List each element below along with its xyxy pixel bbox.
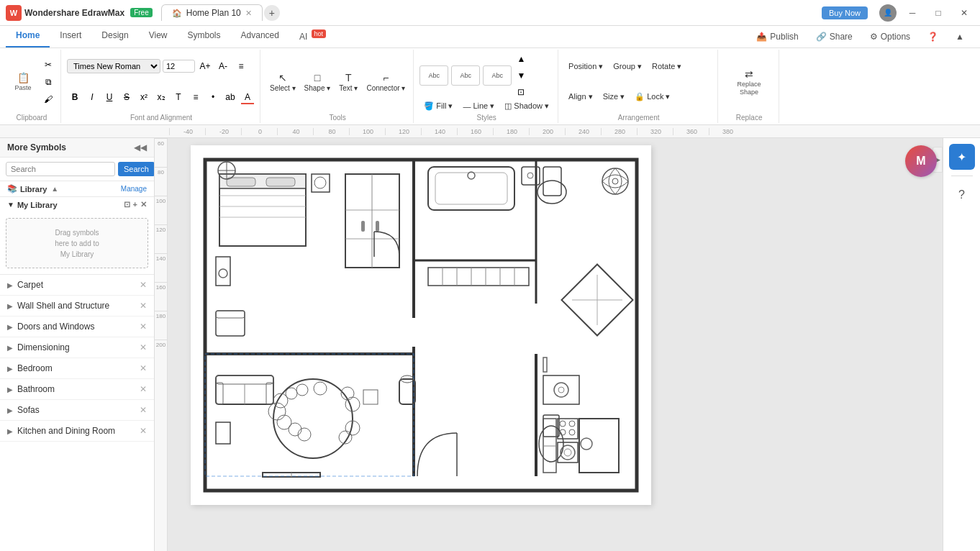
- font-size-increase-button[interactable]: A+: [197, 58, 213, 74]
- paste-button[interactable]: 📋 Paste: [7, 70, 39, 93]
- format-painter-button[interactable]: 🖌: [40, 91, 56, 107]
- styles-scroll-up[interactable]: ▲: [513, 51, 529, 67]
- select-button[interactable]: ↖ Select ▾: [266, 70, 299, 94]
- tab-design[interactable]: Design: [91, 26, 138, 47]
- lock-button[interactable]: 🔒 Lock ▾: [630, 91, 674, 103]
- superscript-button[interactable]: x²: [136, 89, 152, 105]
- group-button[interactable]: Group ▾: [609, 60, 646, 73]
- cat-close-icon[interactable]: ✕: [140, 301, 147, 311]
- style-shape-3[interactable]: Abc: [483, 65, 512, 86]
- cat-close-icon[interactable]: ✕: [140, 342, 147, 352]
- bullet-button[interactable]: •: [205, 89, 221, 105]
- cut-button[interactable]: ✂: [40, 57, 56, 73]
- strikethrough-button[interactable]: S: [119, 89, 135, 105]
- rotate-button[interactable]: Rotate ▾: [648, 60, 686, 73]
- cat-close-icon[interactable]: ✕: [140, 280, 147, 290]
- sidebar-item-wall-shell[interactable]: ▶ Wall Shell and Structure ✕: [0, 296, 154, 317]
- manage-link[interactable]: Manage: [121, 185, 147, 193]
- sidebar-item-carpet[interactable]: ▶ Carpet ✕: [0, 275, 154, 296]
- cat-label: Doors and Windows: [17, 322, 140, 332]
- tab-view[interactable]: View: [139, 26, 178, 47]
- fill-button[interactable]: 🪣Fill ▾: [419, 100, 457, 112]
- font-family-select[interactable]: Times New Roman Arial Helvetica: [67, 59, 160, 73]
- sidebar-item-kitchen[interactable]: ▶ Kitchen and Dining Room ✕: [0, 421, 154, 442]
- align-button[interactable]: ≡: [233, 58, 249, 74]
- canvas-paper[interactable]: [191, 145, 651, 505]
- canvas-area[interactable]: 60 80 100 120 140 160 180 200: [155, 138, 980, 551]
- style-shape-2[interactable]: Abc: [451, 65, 480, 86]
- my-library-header[interactable]: ▼ My Library ⊡ + ✕: [0, 197, 154, 212]
- search-input[interactable]: [6, 162, 115, 176]
- tab-symbols[interactable]: Symbols: [178, 26, 231, 47]
- my-library-expand-icon[interactable]: ⊡: [124, 200, 130, 209]
- styles-row-bottom: 🪣Fill ▾ —Line ▾ ◫Shadow ▾: [419, 100, 553, 112]
- line-button[interactable]: —Line ▾: [458, 100, 499, 112]
- tab-advanced[interactable]: Advanced: [231, 26, 289, 47]
- cat-arrow-icon: ▶: [7, 323, 13, 331]
- cat-close-icon[interactable]: ✕: [140, 322, 147, 332]
- italic-button[interactable]: I: [84, 89, 100, 105]
- cat-close-icon[interactable]: ✕: [140, 384, 147, 394]
- cat-close-icon[interactable]: ✕: [140, 363, 147, 373]
- tab-home[interactable]: Home: [6, 26, 50, 47]
- ribbon: Home Insert Design View Symbols Advanced…: [0, 26, 980, 125]
- tools-label: Tools: [266, 112, 409, 122]
- underline-button[interactable]: U: [101, 89, 117, 105]
- svg-point-81: [581, 438, 592, 450]
- publish-button[interactable]: 📤 Publish: [749, 29, 805, 45]
- tab-insert[interactable]: Insert: [50, 26, 91, 47]
- subscript-button[interactable]: x₂: [153, 89, 169, 105]
- bold-button[interactable]: B: [67, 89, 83, 105]
- sidebar-collapse-button[interactable]: ◀◀: [134, 142, 147, 152]
- font-size-input[interactable]: [163, 60, 195, 73]
- fill-icon: 🪣: [424, 101, 434, 111]
- my-library-add-icon[interactable]: +: [133, 200, 137, 209]
- font-size-decrease-button[interactable]: A-: [215, 58, 231, 74]
- align-btn[interactable]: Align ▾: [564, 91, 597, 103]
- cat-close-icon[interactable]: ✕: [140, 405, 147, 415]
- collapse-ribbon-button[interactable]: ▲: [948, 29, 971, 45]
- style-shape-1[interactable]: Abc: [419, 65, 448, 86]
- sidebar-item-sofas[interactable]: ▶ Sofas ✕: [0, 400, 154, 421]
- sidebar-item-doors-windows[interactable]: ▶ Doors and Windows ✕: [0, 317, 154, 337]
- size-button[interactable]: Size ▾: [599, 91, 629, 103]
- shadow-button[interactable]: ◫Shadow ▾: [500, 100, 553, 112]
- new-tab-btn[interactable]: +: [264, 5, 280, 21]
- my-library-close-icon[interactable]: ✕: [140, 200, 147, 209]
- styles-expand[interactable]: ⊡: [513, 84, 529, 100]
- options-button[interactable]: ⚙ Options: [863, 29, 917, 45]
- restore-button[interactable]: □: [928, 3, 948, 23]
- replace-shape-button[interactable]: ⇄ Replace Shape: [724, 67, 774, 97]
- sidebar-item-dimensioning[interactable]: ▶ Dimensioning ✕: [0, 337, 154, 358]
- font-color-button[interactable]: A: [240, 89, 255, 105]
- copy-button[interactable]: ⧉: [40, 74, 56, 90]
- cat-close-icon[interactable]: ✕: [140, 426, 147, 436]
- styles-scroll-down[interactable]: ▼: [513, 68, 529, 83]
- close-button[interactable]: ✕: [954, 3, 974, 23]
- cat-label: Dimensioning: [17, 342, 140, 352]
- tab-home-plan[interactable]: 🏠 Home Plan 10 ✕: [161, 4, 263, 21]
- sidebar-item-bathroom[interactable]: ▶ Bathroom ✕: [0, 379, 154, 400]
- magic-assistant-button[interactable]: ✦: [949, 144, 975, 170]
- help-button[interactable]: ❓: [920, 29, 945, 45]
- tab-ai[interactable]: AI hot: [289, 26, 336, 47]
- svg-rect-24: [376, 221, 379, 232]
- text-button[interactable]: T Text ▾: [335, 70, 361, 94]
- publish-icon: 📤: [756, 32, 767, 42]
- buy-now-button[interactable]: Buy Now: [822, 6, 868, 19]
- user-avatar[interactable]: 👤: [879, 4, 897, 22]
- shape-button[interactable]: □ Shape ▾: [301, 70, 335, 94]
- minimize-button[interactable]: ─: [902, 3, 922, 23]
- tab-close-btn[interactable]: ✕: [245, 9, 252, 18]
- text-case-button[interactable]: ab: [222, 89, 238, 105]
- mindmap-logo[interactable]: M: [905, 145, 937, 177]
- list-button[interactable]: ≡: [188, 89, 204, 105]
- connector-button[interactable]: ⌐ Connector ▾: [363, 70, 409, 94]
- help-panel-button[interactable]: ?: [949, 182, 975, 208]
- svg-point-29: [537, 181, 566, 204]
- search-button[interactable]: Search: [118, 162, 155, 176]
- text-style-button[interactable]: T: [171, 89, 186, 105]
- position-button[interactable]: Position ▾: [564, 60, 607, 73]
- sidebar-item-bedroom[interactable]: ▶ Bedroom ✕: [0, 358, 154, 379]
- share-button[interactable]: 🔗 Share: [809, 29, 860, 45]
